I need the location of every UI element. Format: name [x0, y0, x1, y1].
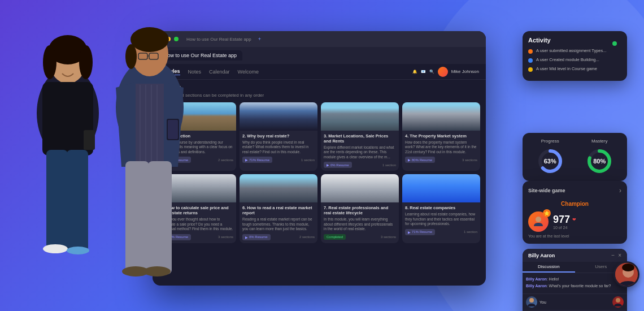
svg-point-26: [143, 266, 171, 277]
card-3-desc: Explore different market locations and w…: [324, 145, 396, 159]
chat-message-1: Billy Aaron: Hello!: [526, 277, 624, 282]
activity-text-2: A user Created module Building...: [536, 57, 599, 63]
svg-point-13: [130, 27, 169, 52]
card-2-desc: Why do you think people invest in real e…: [242, 140, 315, 154]
chat-users-label: You: [539, 300, 610, 304]
chat-tabs: Discussion Users: [523, 262, 627, 273]
game-score: 977: [553, 214, 570, 226]
activity-item-3: A user Mid level in Course game: [528, 66, 621, 72]
game-expand-icon[interactable]: ›: [619, 187, 621, 195]
game-score-area: 977 ❤ 10 of 24: [553, 214, 576, 230]
chat-sender-1: Billy Aaron: [526, 277, 547, 281]
floating-user-avatar: [613, 261, 639, 287]
activity-dot-2: [528, 58, 533, 63]
card-2-footer: ▶71% Resume 1 section: [242, 157, 315, 163]
svg-rect-6: [46, 150, 68, 252]
online-indicator: [612, 41, 617, 46]
user-avatar[interactable]: [438, 67, 448, 77]
chat-contact-name: Billy Aaron: [528, 253, 555, 258]
module-card-7[interactable]: 7. Real estate professionals and real es…: [321, 174, 399, 243]
mastery-section: Mastery 80%: [578, 139, 622, 175]
chat-user-avatar-woman: [526, 296, 537, 308]
card-7-footer: Completed 3 sections: [324, 234, 396, 240]
card-6-image: [240, 174, 317, 202]
card-8-resume[interactable]: ▶71% Resume: [405, 229, 435, 235]
card-2-resume[interactable]: ▶71% Resume: [242, 157, 272, 163]
card-8-footer: ▶71% Resume 1 section: [405, 229, 477, 235]
module-card-4[interactable]: 4. The Property Market system How does t…: [402, 102, 480, 171]
card-8-sections: 1 section: [464, 230, 477, 234]
add-tab-btn[interactable]: +: [258, 36, 261, 42]
card-6-title: 6. How to read a real estate market repo…: [242, 205, 315, 215]
progress-section: Progress 63%: [528, 139, 572, 175]
svg-point-14: [125, 44, 137, 69]
card-2-image: [240, 102, 317, 131]
chat-header: Billy Aaron − ×: [523, 249, 627, 262]
card-3-footer: ▶0% Resume 1 section: [324, 162, 396, 168]
chat-user-avatar-man: [612, 296, 624, 308]
svg-rect-28: [168, 120, 178, 139]
card-4-sections: 3 sections: [462, 158, 477, 162]
activity-item-2: A user Created module Building...: [528, 57, 621, 63]
user-area: 🔔 📧 🔍 Mike Johnson: [412, 67, 479, 77]
module-card-3[interactable]: 3. Market Locations, Sale Prices and Ren…: [321, 102, 399, 171]
champion-text: Champion: [561, 201, 589, 207]
card-7-sections: 3 sections: [381, 235, 396, 239]
card-6-sections: 2 sections: [299, 235, 315, 239]
chat-close-icon[interactable]: ×: [618, 252, 621, 258]
card-7-image: [321, 174, 399, 202]
card-7-desc: In this module, you will learn everythin…: [324, 217, 396, 231]
game-avatar-area: ⭐ 977 ❤ 10 of 24: [528, 211, 621, 232]
card-7-title: 7. Real estate professionals and real es…: [324, 205, 396, 215]
svg-point-3: [43, 45, 56, 79]
progress-label: Progress: [528, 139, 572, 144]
chat-tab-discussion[interactable]: Discussion: [523, 262, 575, 273]
people-illustration: [0, 0, 226, 311]
card-3-resume[interactable]: ▶0% Resume: [324, 162, 352, 168]
card-8-image: [402, 174, 480, 202]
chat-minimize-icon[interactable]: −: [611, 252, 615, 258]
game-sub-text: You are at the last level: [528, 234, 621, 238]
card-4-image: [402, 102, 480, 131]
svg-point-4: [79, 45, 93, 79]
module-card-8[interactable]: 8. Real estate companies Learning about …: [402, 174, 480, 243]
card-4-resume[interactable]: ▶80% Resume: [405, 157, 435, 163]
svg-point-31: [536, 217, 541, 222]
user-name: Mike Johnson: [451, 69, 479, 74]
module-card-2[interactable]: 2. Why buy real estate? Why do you think…: [240, 102, 317, 171]
svg-point-8: [43, 244, 68, 253]
card-4-title: 4. The Property Market system: [405, 133, 477, 139]
nav-welcome[interactable]: Welcome: [238, 69, 259, 75]
progress-mastery-panel: Progress 63% Mastery 80%: [523, 133, 627, 181]
game-panel: Site-wide game › Champion ⭐ 977 ❤ 10 of …: [523, 181, 627, 244]
game-avatar-container: ⭐: [528, 211, 549, 232]
activity-dot-3: [528, 67, 533, 72]
card-3-image: [321, 102, 399, 131]
mastery-label: Mastery: [578, 139, 622, 144]
card-3-sections: 1 section: [382, 163, 396, 167]
activity-text-1: A user submitted assignment Types...: [536, 48, 607, 54]
mastery-value: 80%: [593, 158, 606, 165]
card-8-title: 8. Real estate companies: [405, 205, 477, 210]
mastery-circle: 80%: [585, 147, 613, 175]
svg-point-9: [67, 247, 89, 254]
card-7-completed: Completed: [324, 234, 346, 240]
card-8-desc: Learning about real estate companies, ho…: [405, 212, 477, 226]
chat-messages: Billy Aaron: Hello! Billy Aaron: What's …: [523, 273, 627, 293]
activity-panel: Activity A user submitted assignment Typ…: [523, 31, 627, 81]
progress-circle: 63%: [536, 147, 564, 175]
card-6-footer: ▶0% Resume 2 sections: [242, 234, 315, 240]
game-badge-icon: ⭐: [543, 209, 551, 217]
card-2-sections: 1 section: [301, 158, 315, 162]
card-4-desc: How does the property market system work…: [405, 140, 477, 154]
activity-text-3: A user Mid level in Course game: [536, 66, 597, 72]
module-card-6[interactable]: 6. How to read a real estate market repo…: [240, 174, 317, 243]
svg-point-36: [622, 264, 634, 271]
chat-users-row: You: [523, 293, 627, 310]
chat-panel: Billy Aaron − × Discussion Users Billy A…: [523, 249, 627, 311]
svg-rect-23: [125, 161, 149, 274]
heart-icon: ❤: [572, 217, 576, 222]
activity-title: Activity: [528, 37, 621, 44]
game-level: 10 of 24: [553, 226, 576, 230]
card-6-resume[interactable]: ▶0% Resume: [242, 234, 271, 240]
